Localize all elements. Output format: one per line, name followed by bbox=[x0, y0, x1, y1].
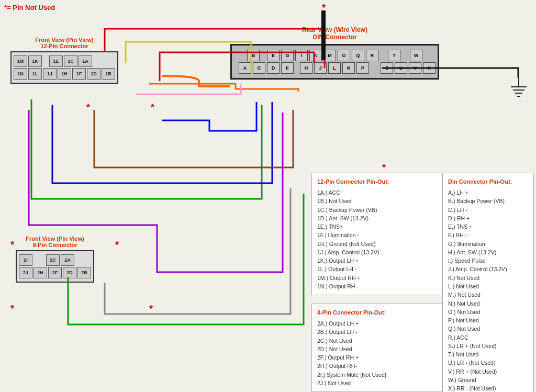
info-din-items: A.) LH + B.) Backup Power (VB) C.) LH - … bbox=[448, 188, 528, 392]
pin-1H: 1H bbox=[58, 68, 71, 80]
din-label: Rear View (Wire View) DIN Connector bbox=[230, 26, 439, 41]
pin-2D: 2D bbox=[63, 267, 76, 278]
asterisk-din-top: * bbox=[322, 3, 326, 14]
ground-symbol bbox=[511, 76, 527, 97]
pin-1F: 1F bbox=[72, 68, 86, 80]
connector-12pin: Front View (Pin View) 12-Pin Connector 1… bbox=[10, 37, 118, 84]
din-B: B bbox=[247, 50, 260, 61]
din-box: B E G I K M O Q R T W A C D F H J L N bbox=[230, 44, 439, 80]
info-8pin-items: 2A.) Output LH + 2B.) Output LH - 2C.) N… bbox=[317, 319, 437, 387]
asterisk-din-bottom: * bbox=[382, 162, 386, 173]
pin-1M: 1M bbox=[14, 55, 27, 67]
din-F: F bbox=[281, 62, 294, 74]
info-din-title: Din Connector Pin-Out: bbox=[448, 177, 528, 186]
info-12pin-title: 12-Pin Connector Pin-Out: bbox=[317, 177, 437, 186]
pin-not-used-legend: *= Pin Not Used bbox=[4, 4, 55, 12]
pin-2A: 2A bbox=[61, 254, 74, 266]
din-L: L bbox=[328, 62, 341, 74]
din-O: O bbox=[338, 50, 350, 61]
din-G: G bbox=[281, 50, 294, 61]
din-V: V bbox=[409, 62, 421, 74]
pin-1D: 1D bbox=[87, 68, 100, 80]
din-K: K bbox=[309, 50, 322, 61]
din-H: H bbox=[300, 62, 312, 74]
info-12pin-items: 1A.) ACC 1B.) Not Used 1C.) Backup Power… bbox=[317, 188, 437, 290]
connector-8pin-box: 2I 2C 2A 2J 2H 2F 2D 2B bbox=[16, 250, 94, 283]
asterisk-8pin-right-bot: * bbox=[149, 304, 153, 315]
pin-1B: 1B bbox=[102, 68, 115, 80]
pin-2C: 2C bbox=[46, 254, 60, 266]
pin-2J: 2J bbox=[19, 267, 32, 278]
din-J: J bbox=[314, 62, 327, 74]
din-U: U bbox=[395, 62, 407, 74]
pin-1E: 1E bbox=[49, 55, 63, 67]
pin-2I: 2I bbox=[19, 254, 32, 266]
pin-1N: 1N bbox=[14, 68, 27, 80]
pin-1A: 1A bbox=[79, 55, 92, 67]
asterisk-12pin-1: * bbox=[86, 102, 90, 113]
info-box-8pin: 8-Pin Connector Pin-Out: 2A.) Output LH … bbox=[311, 304, 442, 392]
pin-2F: 2F bbox=[48, 267, 62, 278]
connector-12pin-box: 1M 1K 1E 1C 1A 1N 1L 1J 1H 1F 1D 1B bbox=[10, 51, 118, 84]
din-A: A bbox=[239, 62, 251, 74]
asterisk-8pin-top: * bbox=[115, 240, 119, 251]
pin-2H: 2H bbox=[34, 267, 47, 278]
connector-12pin-label: Front View (Pin View) 12-Pin Connector bbox=[10, 37, 118, 49]
din-D: D bbox=[267, 62, 280, 74]
din-R: R bbox=[366, 50, 378, 61]
din-W: W bbox=[410, 50, 422, 61]
pin-1C: 1C bbox=[64, 55, 77, 67]
pin-1J: 1J bbox=[43, 68, 57, 80]
info-box-din: Din Connector Pin-Out: A.) LH + B.) Back… bbox=[442, 173, 534, 392]
din-P: P bbox=[356, 62, 369, 74]
din-connector: Rear View (Wire View) DIN Connector B E … bbox=[230, 26, 439, 80]
connector-8pin: Front View (Pin View) 8-Pin Connector 2I… bbox=[16, 236, 94, 283]
asterisk-12pin-2: * bbox=[151, 102, 154, 113]
din-I: I bbox=[295, 50, 308, 61]
info-box-12pin: 12-Pin Connector Pin-Out: 1A.) ACC 1B.) … bbox=[311, 173, 442, 295]
connector-8pin-label: Front View (Pin View) 8-Pin Connector bbox=[16, 236, 94, 248]
asterisk-8pin-left-bot: * bbox=[10, 304, 14, 315]
din-M: M bbox=[323, 50, 336, 61]
din-S: S bbox=[381, 62, 393, 74]
info-8pin-title: 8-Pin Connector Pin-Out: bbox=[317, 308, 437, 317]
pin-2B: 2B bbox=[77, 267, 91, 278]
din-C: C bbox=[253, 62, 265, 74]
din-N: N bbox=[342, 62, 355, 74]
pin-1L: 1L bbox=[28, 68, 42, 80]
pin-1K: 1K bbox=[28, 55, 42, 67]
din-Q: Q bbox=[352, 50, 364, 61]
din-E: E bbox=[267, 50, 280, 61]
asterisk-8pin-left-top: * bbox=[10, 240, 14, 251]
din-T: T bbox=[388, 50, 400, 61]
din-X: X bbox=[423, 62, 436, 74]
